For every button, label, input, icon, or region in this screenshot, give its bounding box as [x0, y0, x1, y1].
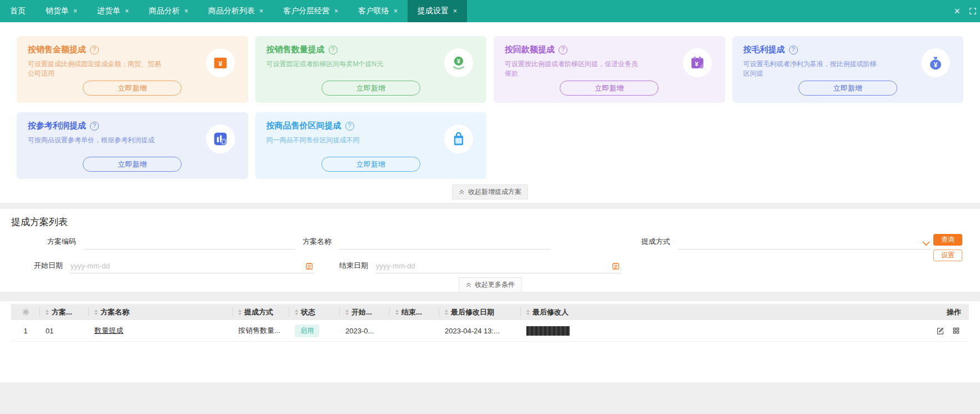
tab-label: 商品分析: [149, 6, 180, 16]
select-underline: [678, 235, 931, 250]
column-actions-header: 操作: [916, 304, 969, 320]
svg-text:¥: ¥: [934, 61, 938, 69]
column-modifier-header[interactable]: 最后修改人: [521, 304, 916, 320]
collapse-more-filters-toggle[interactable]: 收起更多条件: [459, 277, 521, 292]
sort-icon[interactable]: [526, 310, 530, 315]
settings-button[interactable]: 设置: [933, 250, 962, 261]
column-status-header[interactable]: 状态: [289, 304, 340, 320]
calendar-icon[interactable]: [612, 262, 620, 270]
tab-customer-contact[interactable]: 客户联络 ×: [348, 0, 408, 22]
chevron-double-up-icon: [459, 189, 465, 195]
card-reference-profit-commission: 按参考利润提成 ? 可按商品设置参考单价，根据参考利润提成 ¥ 立即新增: [17, 112, 248, 179]
close-icon[interactable]: ×: [954, 6, 960, 16]
plan-name-input[interactable]: [339, 236, 551, 248]
tab-close-icon[interactable]: ×: [394, 8, 398, 14]
tab-close-icon[interactable]: ×: [184, 8, 188, 14]
plan-code-label: 方案编码: [47, 237, 76, 250]
tab-close-icon[interactable]: ×: [125, 8, 129, 14]
help-icon[interactable]: ?: [90, 122, 99, 131]
status-badge: 启用: [295, 325, 319, 337]
sort-icon[interactable]: [445, 310, 448, 315]
add-now-button[interactable]: 立即新增: [83, 81, 182, 96]
column-label: 提成方式: [244, 307, 273, 317]
column-start-header[interactable]: 开始...: [340, 304, 390, 320]
tab-commission-settings[interactable]: 提成设置 ×: [408, 0, 467, 22]
calendar-money-icon: ¥: [683, 48, 712, 77]
chevron-double-up-icon: [465, 282, 471, 288]
card-description: 可设置按比例提或者阶梯区间提，促进业务员催款: [505, 59, 638, 78]
card-title: 按销售数量提成 ?: [267, 44, 476, 55]
plan-code-input[interactable]: [84, 236, 295, 248]
calendar-icon[interactable]: [305, 262, 313, 270]
tab-home[interactable]: 首页: [0, 0, 36, 22]
edit-icon[interactable]: [936, 327, 944, 335]
column-modified-date-header[interactable]: 最后修改日期: [439, 304, 521, 320]
card-sales-amount-commission: 按销售金额提成 ? 可设置提成比例或固定提成金额；商贸、贸易公司适用 ¥ 立即新…: [17, 36, 248, 103]
add-now-button[interactable]: 立即新增: [321, 81, 420, 96]
tab-sales-invoice[interactable]: 销货单 ×: [36, 0, 87, 22]
grid-actions-icon[interactable]: [952, 327, 960, 335]
card-price-range-commission: 按商品售价区间提成 ? 同一商品不同售价区间提成不同 立即新增: [255, 112, 487, 179]
card-title: 按参考利润提成 ?: [28, 121, 237, 131]
tab-customer-segmentation[interactable]: 客户分层经营 ×: [273, 0, 348, 22]
add-now-button[interactable]: 立即新增: [798, 81, 897, 96]
column-method-header[interactable]: 提成方式: [233, 304, 289, 320]
modifier-cell: [521, 326, 916, 336]
add-now-button[interactable]: 立即新增: [83, 157, 182, 172]
chevron-down-icon[interactable]: [922, 241, 930, 246]
card-description: 可设置提成比例或固定提成金额；商贸、贸易公司适用: [28, 59, 161, 78]
topbar-actions: ×: [954, 0, 980, 22]
commission-method-select[interactable]: [678, 236, 931, 248]
sort-icon[interactable]: [46, 310, 49, 315]
help-icon[interactable]: ?: [559, 46, 567, 54]
help-icon[interactable]: ?: [90, 46, 99, 54]
tab-label: 提成设置: [418, 6, 449, 16]
card-description: 可设置固定或者阶梯区间每卖M个提N元: [267, 59, 400, 69]
column-label: 结束...: [401, 307, 422, 317]
start-date-cell: 2023-0...: [340, 327, 390, 335]
tab-label: 客户联络: [358, 6, 389, 16]
column-end-header[interactable]: 结束...: [390, 304, 439, 320]
card-payment-collection-commission: 按回款额提成 ? 可设置按比例提或者阶梯区间提，促进业务员催款 ¥ 立即新增: [494, 36, 725, 103]
plan-name-label: 方案名称: [303, 237, 331, 250]
help-icon[interactable]: ?: [329, 46, 338, 54]
column-settings-header[interactable]: [11, 304, 40, 320]
fullscreen-icon[interactable]: [969, 7, 977, 15]
empty-grid-cell: [494, 112, 725, 179]
collapse-new-plans-toggle[interactable]: 收起新增提成方案: [452, 184, 528, 199]
tab-close-icon[interactable]: ×: [73, 8, 77, 14]
plan-name-field-group: 方案名称: [303, 235, 551, 250]
wallet-icon: ¥: [206, 48, 235, 77]
card-title-text: 按销售金额提成: [28, 44, 86, 55]
commission-cards-panel: 按销售金额提成 ? 可设置提成比例或固定提成金额；商贸、贸易公司适用 ¥ 立即新…: [0, 22, 980, 203]
start-date-input[interactable]: [71, 260, 314, 272]
tab-label: 销货单: [46, 6, 69, 16]
tab-product-analysis[interactable]: 商品分析 ×: [139, 0, 198, 22]
help-icon[interactable]: ?: [345, 122, 354, 131]
column-plan-code-header[interactable]: 方案...: [40, 304, 89, 320]
tab-purchase-order[interactable]: 进货单 ×: [87, 0, 139, 22]
svg-text:¥: ¥: [222, 139, 225, 144]
tab-label: 商品分析列表: [208, 6, 255, 16]
card-title-text: 按参考利润提成: [28, 121, 86, 131]
help-icon[interactable]: ?: [789, 46, 798, 54]
plan-name-link[interactable]: 数量提成: [94, 326, 123, 336]
sort-icon[interactable]: [238, 310, 242, 315]
table-header-row: 方案... 方案名称 提成方式 状态 开始... 结束...: [11, 304, 969, 320]
tab-close-icon[interactable]: ×: [334, 8, 338, 14]
sort-icon[interactable]: [395, 310, 399, 315]
sort-icon[interactable]: [295, 310, 298, 315]
end-date-input[interactable]: [376, 260, 621, 272]
add-now-button[interactable]: 立即新增: [560, 81, 659, 96]
sort-icon[interactable]: [345, 310, 349, 315]
row-index: 1: [11, 327, 40, 335]
page-title: 提成方案列表: [11, 216, 969, 228]
tab-product-analysis-list[interactable]: 商品分析列表 ×: [198, 0, 273, 22]
query-button[interactable]: 查询: [933, 234, 962, 246]
tab-close-icon[interactable]: ×: [259, 8, 263, 14]
add-now-button[interactable]: 立即新增: [321, 157, 420, 172]
tab-close-icon[interactable]: ×: [453, 8, 457, 14]
column-plan-name-header[interactable]: 方案名称: [89, 304, 233, 320]
column-label: 方案名称: [100, 307, 129, 317]
sort-icon[interactable]: [94, 310, 98, 315]
